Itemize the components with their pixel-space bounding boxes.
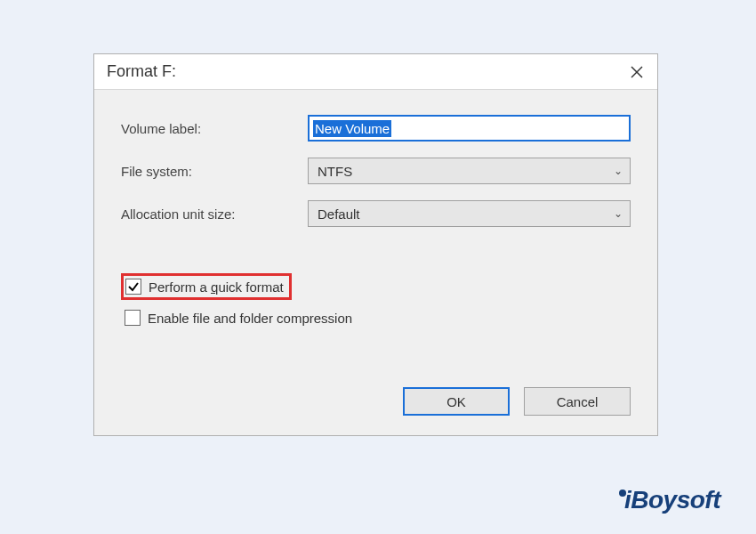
file-system-value: NTFS bbox=[318, 164, 352, 179]
quick-format-row: Perform a quick format bbox=[121, 273, 292, 300]
compression-label: Enable file and folder compression bbox=[148, 311, 352, 326]
button-row: OK Cancel bbox=[121, 387, 631, 419]
quick-format-checkbox[interactable] bbox=[125, 279, 141, 295]
file-system-select[interactable]: NTFS ⌄ bbox=[308, 158, 631, 184]
file-system-row: File system: NTFS ⌄ bbox=[121, 158, 631, 184]
allocation-label: Allocation unit size: bbox=[121, 206, 308, 222]
compression-row: Enable file and folder compression bbox=[121, 307, 631, 328]
format-dialog: Format F: Volume label: New Volume File … bbox=[93, 53, 658, 436]
volume-label-label: Volume label: bbox=[121, 121, 308, 136]
ok-button[interactable]: OK bbox=[403, 387, 510, 416]
allocation-value: Default bbox=[318, 206, 360, 222]
dialog-title: Format F: bbox=[107, 62, 176, 81]
volume-label-row: Volume label: New Volume bbox=[121, 115, 631, 142]
check-icon bbox=[127, 280, 140, 293]
close-icon bbox=[631, 66, 643, 78]
compression-checkbox[interactable] bbox=[125, 310, 141, 326]
volume-label-value: New Volume bbox=[313, 120, 391, 137]
titlebar: Format F: bbox=[94, 54, 657, 90]
allocation-row: Allocation unit size: Default ⌄ bbox=[121, 200, 631, 227]
chevron-down-icon: ⌄ bbox=[614, 207, 623, 220]
close-button[interactable] bbox=[616, 54, 657, 89]
quick-format-label: Perform a quick format bbox=[149, 279, 284, 295]
dialog-content: Volume label: New Volume File system: NT… bbox=[94, 90, 657, 435]
allocation-select[interactable]: Default ⌄ bbox=[308, 200, 631, 227]
chevron-down-icon: ⌄ bbox=[614, 165, 623, 177]
watermark-logo: iBoysoft bbox=[619, 486, 720, 514]
file-system-label: File system: bbox=[121, 164, 308, 179]
volume-label-input[interactable]: New Volume bbox=[308, 115, 631, 142]
cancel-button[interactable]: Cancel bbox=[524, 387, 631, 416]
